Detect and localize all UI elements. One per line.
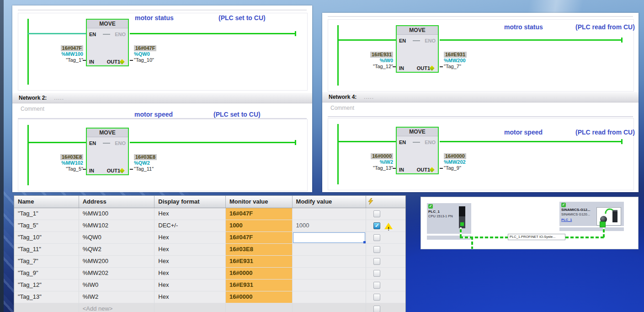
modify-value-cell[interactable]: [293, 208, 367, 220]
assigned-controller-link[interactable]: PLC_1: [561, 218, 572, 222]
output-operand[interactable]: 16#03E8 %QW2 "Tag_11": [134, 154, 202, 172]
tag-name-cell[interactable]: "Tag_12": [14, 280, 79, 291]
comment-placeholder[interactable]: Comment: [21, 106, 44, 112]
input-operand[interactable]: 16#0000 %IW2 "Tag_13": [330, 153, 393, 171]
address-cell[interactable]: %MW200: [79, 256, 155, 267]
column-header-modify-trigger[interactable]: [366, 196, 405, 208]
comment-placeholder[interactable]: Comment: [330, 105, 354, 111]
table-row-add-new[interactable]: <Add new>: [14, 303, 405, 312]
inverter-graphic: [612, 210, 617, 222]
network-4-comment-row[interactable]: Comment: [328, 102, 633, 117]
modify-checkbox-checked[interactable]: ✓: [373, 222, 380, 229]
move-instruction-block[interactable]: MOVE ENENO INOUT1: [86, 19, 129, 66]
modify-checkbox[interactable]: [373, 270, 380, 277]
move-instruction-block[interactable]: MOVE ENENO INOUT1: [396, 127, 439, 174]
modify-value-cell[interactable]: [293, 280, 367, 291]
column-header-monitor-value[interactable]: Monitor value: [226, 196, 293, 208]
input-operand[interactable]: 16#E931 %IW0 "Tag_12": [330, 52, 393, 70]
modify-value-input[interactable]: [293, 232, 366, 243]
display-format-cell[interactable]: Hex: [154, 268, 226, 279]
modify-checkbox[interactable]: [373, 210, 380, 217]
tag-name-cell[interactable]: "Tag_11": [14, 244, 79, 255]
output-operand[interactable]: 16#E931 %MW200 "Tag_7": [444, 52, 512, 70]
column-header-modify-value[interactable]: Modify value: [293, 196, 367, 208]
out1-pin: OUT1: [107, 168, 120, 173]
eno-pin: ENO: [425, 38, 436, 43]
modify-value-cell[interactable]: [293, 291, 367, 303]
column-header-display-format[interactable]: Display format: [154, 196, 226, 208]
modify-checkbox[interactable]: [373, 294, 380, 301]
input-operand[interactable]: 16#047F %MW100 "Tag_1": [20, 45, 83, 63]
input-operand[interactable]: 16#03E8 %MW102 "Tag_5": [20, 154, 83, 172]
table-row-tag10: "Tag_10" %QW0 Hex 16#047F: [14, 232, 405, 244]
tag-name-cell[interactable]: "Tag_5": [14, 220, 79, 231]
operand-monitor-value: 16#0000: [444, 153, 466, 159]
modify-value-cell[interactable]: 1000: [293, 220, 367, 231]
tag-name-cell[interactable]: "Tag_10": [14, 232, 79, 243]
empty-cell: [14, 303, 79, 312]
eno-pin: ENO: [115, 32, 126, 37]
in-pin: IN: [89, 59, 94, 65]
move-instruction-block[interactable]: MOVE ENENO INOUT1: [86, 128, 129, 175]
watch-table: Name Address Display format Monitor valu…: [14, 195, 406, 312]
modify-value-cell[interactable]: [293, 244, 367, 255]
tag-name-cell[interactable]: "Tag_9": [14, 268, 79, 279]
operand-wire: [83, 60, 86, 61]
display-format-cell[interactable]: Hex: [154, 232, 226, 243]
operand-address: %QW0: [134, 51, 202, 57]
display-format-cell[interactable]: Hex: [154, 244, 226, 255]
profinet-subnet-label[interactable]: PLC_1.PROFINET IO-Syste...: [508, 234, 565, 240]
operand-monitor-value: 16#03E8: [134, 154, 157, 160]
add-output-icon[interactable]: [119, 168, 124, 173]
rung-end-tick: [295, 31, 296, 36]
tag-name-cell[interactable]: "Tag_7": [14, 256, 79, 267]
operand-monitor-value: 16#E931: [444, 52, 467, 58]
divider: [18, 10, 307, 11]
address-cell[interactable]: %QW2: [79, 244, 155, 255]
operand-wire: [83, 169, 86, 170]
modify-checkbox[interactable]: [373, 246, 380, 253]
rung-wire: [338, 141, 396, 142]
output-operand[interactable]: 16#047F %QW0 "Tag_10": [134, 45, 202, 63]
address-cell[interactable]: %QW0: [79, 232, 155, 243]
modify-value-cell[interactable]: [293, 268, 367, 279]
column-header-address[interactable]: Address: [79, 196, 155, 208]
tag-name-cell[interactable]: "Tag_1": [14, 208, 79, 220]
add-output-icon[interactable]: [429, 167, 434, 172]
en-eno-dash: [413, 142, 420, 143]
plc-module-image[interactable]: [459, 206, 465, 228]
add-output-icon[interactable]: [429, 65, 434, 70]
display-format-cell[interactable]: DEC+/-: [154, 220, 226, 231]
address-cell[interactable]: %MW202: [79, 268, 155, 279]
tag-name-cell[interactable]: "Tag_13": [14, 291, 79, 303]
plc-name[interactable]: PLC_1: [428, 210, 440, 214]
modify-trigger-cell: [366, 208, 405, 220]
profinet-port[interactable]: [600, 221, 606, 227]
modify-checkbox[interactable]: [373, 306, 380, 312]
modify-checkbox[interactable]: [373, 258, 380, 265]
modify-checkbox[interactable]: [373, 282, 380, 289]
move-instruction-block[interactable]: MOVE ENENO INOUT1: [396, 25, 439, 73]
network-4-header[interactable]: Network 4:.....: [322, 91, 639, 102]
address-cell[interactable]: %IW2: [79, 291, 155, 303]
monitor-value-cell: 16#0000: [226, 291, 293, 303]
add-new-cell[interactable]: <Add new>: [79, 303, 155, 312]
modify-value-cell[interactable]: [293, 256, 367, 267]
output-operand[interactable]: 16#0000 %MW202 "Tag_9": [444, 153, 512, 171]
add-output-icon[interactable]: [119, 59, 124, 64]
address-cell[interactable]: %MW102: [79, 220, 155, 231]
network-title-comment: motor speed: [134, 111, 173, 118]
network-2-comment-row[interactable]: Comment motor speed (PLC set to CU): [18, 103, 307, 119]
display-format-cell[interactable]: Hex: [154, 280, 226, 291]
address-cell[interactable]: %IW0: [79, 280, 155, 291]
network-2-header[interactable]: Network 2:.....: [12, 92, 312, 103]
modify-checkbox[interactable]: [373, 234, 380, 241]
display-format-cell[interactable]: Hex: [154, 208, 226, 220]
drive-name[interactable]: SINAMICS-G12...: [561, 208, 591, 212]
column-header-name[interactable]: Name: [14, 196, 79, 208]
display-format-cell[interactable]: Hex: [154, 291, 226, 303]
modify-trigger-cell: [366, 244, 405, 255]
table-row-tag9: "Tag_9" %MW202 Hex 16#0000: [14, 268, 405, 280]
address-cell[interactable]: %MW100: [79, 208, 155, 220]
display-format-cell[interactable]: Hex: [154, 256, 226, 267]
